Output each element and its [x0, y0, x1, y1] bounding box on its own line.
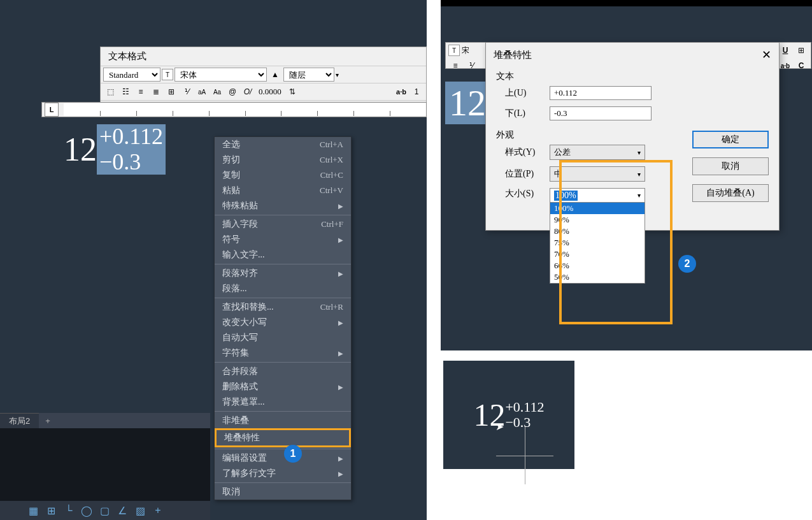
style-select[interactable]: Standard: [103, 68, 160, 82]
ctx-remove-format[interactable]: 删除格式▶: [215, 379, 351, 394]
result-lower: −0.3: [505, 415, 544, 430]
tolerance-lower: −0.3: [99, 150, 163, 175]
format-icon-Aa[interactable]: Aa: [210, 85, 224, 99]
result-upper: +0.112: [505, 400, 544, 415]
format-icon-4[interactable]: ≣: [149, 85, 163, 99]
ctx-cut[interactable]: 剪切Ctrl+X: [215, 152, 351, 168]
mini-font-label: 宋: [462, 45, 469, 56]
size-option[interactable]: 66%: [550, 260, 645, 271]
ctx-copy[interactable]: 复制Ctrl+C: [215, 168, 351, 183]
result-preview: 12 +0.112 −0.3 ➤: [443, 361, 574, 469]
otrack-icon[interactable]: ▨: [132, 503, 148, 518]
ctx-para-align[interactable]: 段落对齐▶: [215, 266, 351, 281]
callout-badge-1: 1: [284, 445, 302, 463]
ctx-charset[interactable]: 字符集▶: [215, 345, 351, 361]
tolerance-text[interactable]: 12 +0.112 −0.3: [64, 124, 166, 175]
ok-button[interactable]: 确定: [692, 131, 769, 148]
mini-icon-3[interactable]: C: [794, 59, 808, 73]
ctx-unstack[interactable]: 非堆叠: [215, 413, 351, 428]
ctx-bg-mask[interactable]: 背景遮罩...: [215, 394, 351, 410]
layout-tab[interactable]: 布局2: [0, 413, 39, 429]
position-label: 位置(P): [505, 168, 550, 180]
ctx-paragraph[interactable]: 段落...: [215, 281, 351, 296]
auto-stack-button[interactable]: 自动堆叠(A): [692, 184, 769, 202]
ab-icon[interactable]: a·b: [394, 85, 408, 99]
stack-properties-dialog: 堆叠特性 ✕ 文本 上(U) 下(L) 外观 样式(Y) 公差▾ 位置(P) 中…: [485, 42, 780, 231]
angle-icon[interactable]: ∠: [115, 503, 130, 518]
size-option[interactable]: 75%: [550, 237, 645, 249]
add-tab-button[interactable]: +: [40, 414, 55, 428]
font-select[interactable]: 宋体: [175, 68, 267, 82]
ctx-symbol[interactable]: 符号▶: [215, 232, 351, 247]
ctx-separator: [215, 298, 351, 298]
osnap-icon[interactable]: ▢: [97, 503, 112, 518]
style-select[interactable]: 公差▾: [550, 145, 645, 160]
mini-icon-1[interactable]: ≡: [448, 59, 462, 73]
underline-button[interactable]: U: [778, 43, 792, 57]
grid2-icon[interactable]: ⊞: [43, 503, 59, 518]
format-icon-at[interactable]: @: [225, 85, 239, 99]
result-tolerance-stack: +0.112 −0.3: [505, 400, 544, 430]
text-icon: T: [162, 69, 173, 80]
size-option[interactable]: 100%: [550, 203, 645, 214]
ctx-stack-properties[interactable]: 堆叠特性: [215, 428, 351, 447]
ortho-icon[interactable]: └: [61, 503, 76, 518]
ctx-import-text[interactable]: 输入文字...: [215, 247, 351, 263]
size-option[interactable]: 80%: [550, 226, 645, 237]
dyninput-icon[interactable]: +: [150, 503, 166, 518]
ctx-select-all[interactable]: 全选Ctrl+A: [215, 137, 351, 152]
format-icon-5[interactable]: ⊞: [164, 85, 178, 99]
ctx-cancel[interactable]: 取消: [215, 484, 351, 500]
ctx-separator: [215, 411, 351, 412]
toolbar-value: 0.0000: [256, 87, 284, 97]
lower-input[interactable]: [550, 106, 652, 120]
ctx-separator: [215, 264, 351, 264]
style-label: 样式(Y): [505, 147, 550, 158]
crosshair-cursor: [496, 427, 553, 484]
format-icon-aA[interactable]: aA: [195, 85, 209, 99]
format-icon-6[interactable]: ⅟: [180, 85, 194, 99]
ctx-auto-caps[interactable]: 自动大写: [215, 330, 351, 345]
context-menu: 全选Ctrl+A 剪切Ctrl+X 复制Ctrl+C 粘贴Ctrl+V 特殊粘贴…: [214, 136, 352, 500]
size-option[interactable]: 90%: [550, 214, 645, 226]
size-option[interactable]: 70%: [550, 249, 645, 260]
callout-badge-2: 2: [678, 255, 696, 273]
ctx-learn-mtext[interactable]: 了解多行文字▶: [215, 466, 351, 481]
ctx-change-case[interactable]: 改变大小写▶: [215, 315, 351, 330]
ctx-insert-field[interactable]: 插入字段Ctrl+F: [215, 217, 351, 232]
format-icon-1[interactable]: ⬚: [103, 85, 117, 99]
format-italic-icon[interactable]: O/: [241, 85, 255, 99]
annotation-icon[interactable]: ▲: [268, 68, 282, 82]
format-icon-8[interactable]: 1: [410, 85, 424, 99]
size-select-open[interactable]: 100% ▾ 100% 90% 80% 75% 70% 66% 50%: [550, 188, 645, 284]
ctx-separator: [215, 362, 351, 363]
grid-icon[interactable]: ▦: [25, 503, 41, 518]
size-options-list: 100% 90% 80% 75% 70% 66% 50%: [550, 203, 645, 283]
mini-opt-icon[interactable]: ⊞: [794, 43, 808, 57]
ctx-editor-settings[interactable]: 编辑器设置▶: [215, 451, 351, 466]
layer-select[interactable]: 随层: [283, 68, 334, 82]
format-icon-7[interactable]: ⇅: [285, 85, 299, 99]
tolerance-stack: +0.112 −0.3: [97, 124, 166, 175]
format-window-title: 文本格式: [101, 47, 426, 66]
polar-icon[interactable]: ◯: [79, 503, 94, 518]
ruler[interactable]: L: [41, 102, 427, 117]
size-option[interactable]: 50%: [550, 271, 645, 283]
ctx-paste[interactable]: 粘贴Ctrl+V: [215, 183, 351, 198]
mini-icon-2[interactable]: ⅟: [464, 59, 478, 73]
upper-input[interactable]: [550, 86, 652, 100]
ctx-combine-para[interactable]: 合并段落: [215, 364, 351, 379]
ctx-find-replace[interactable]: 查找和替换...Ctrl+R: [215, 300, 351, 315]
cancel-button[interactable]: 取消: [692, 157, 769, 175]
result-tolerance-text: 12 +0.112 −0.3 ➤: [473, 396, 544, 433]
ab-button[interactable]: a·b: [778, 59, 792, 73]
position-select[interactable]: 中▾: [550, 166, 645, 182]
ctx-separator: [215, 215, 351, 215]
ctx-paste-special[interactable]: 特殊粘贴▶: [215, 198, 351, 213]
ruler-origin-marker[interactable]: L: [45, 103, 59, 117]
dialog-close-button[interactable]: ✕: [762, 48, 771, 62]
ruler-scale: [64, 103, 426, 116]
format-icon-2[interactable]: ☷: [118, 85, 132, 99]
format-icon-3[interactable]: ≡: [134, 85, 148, 99]
size-current-value: 100%: [554, 191, 578, 201]
